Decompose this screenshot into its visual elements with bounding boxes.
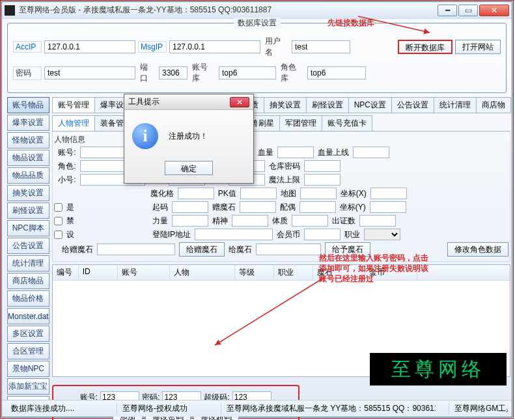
gift-input[interactable] — [97, 244, 175, 255]
grid-col-1[interactable]: ID — [79, 265, 118, 280]
sidebar-item-12[interactable]: Monster.dat — [7, 308, 49, 324]
sidebar-item-3[interactable]: 物品设置 — [7, 150, 49, 166]
zby-label: 坐标(Y) — [340, 202, 366, 213]
ditu-input[interactable] — [300, 188, 337, 199]
job-select[interactable] — [364, 229, 400, 240]
jin-checkbox[interactable] — [54, 217, 63, 225]
isx-checkbox[interactable] — [54, 203, 63, 212]
roledb-input[interactable] — [307, 66, 366, 79]
save-role-button[interactable]: 修改角色数据 — [447, 242, 508, 257]
tab1-0[interactable]: 账号管理 — [52, 97, 95, 113]
give-input[interactable] — [256, 244, 321, 255]
info-dialog: 工具提示 ✕ i 注册成功！ 确定 — [124, 94, 254, 184]
tab1-10[interactable]: 商店物 — [476, 97, 511, 113]
user-input[interactable] — [292, 40, 350, 53]
dialog-ok-button[interactable]: 确定 — [165, 161, 213, 175]
tabs-secondary: 人物管理装备管理角色物品转移幻兽属性幻兽刷星军团管理账号充值卡 — [52, 115, 510, 132]
sidebar: 账号物品爆率设置怪物设置物品设置物品品质抽奖设置刷怪设置NPC脚本公告设置统计清… — [7, 97, 49, 420]
tab2-6[interactable]: 账号充值卡 — [322, 115, 372, 131]
liliang-input[interactable] — [172, 215, 208, 227]
tab2-5[interactable]: 军团管理 — [279, 115, 322, 131]
ip-input[interactable] — [195, 229, 273, 240]
ckpwd-input[interactable] — [304, 160, 341, 172]
qima-label: 起码 — [152, 202, 168, 213]
sidebar-item-16[interactable]: 添加新宝宝 — [7, 378, 49, 395]
zbx-label: 坐标(X) — [341, 188, 367, 199]
db-settings-panel: 数据库设置 AccIP MsgIP 用户名 断开数据库 打开网站 密码 端口 账… — [7, 23, 507, 93]
dialog-close-button[interactable]: ✕ — [230, 97, 249, 107]
tab1-5[interactable]: 抽奖设置 — [264, 97, 307, 113]
close-button[interactable]: ✕ — [479, 5, 509, 16]
ip-label: 登陆IP地址 — [152, 229, 191, 240]
sidebar-item-15[interactable]: 景物NPC — [7, 361, 49, 377]
status-ad: 至尊网络承接魔域私服一条龙 YY基地：585515 QQ：90361188 — [221, 403, 436, 414]
sidebar-item-5[interactable]: 抽奖设置 — [7, 185, 49, 201]
accip-label: AccIP — [13, 41, 42, 53]
sidebar-item-4[interactable]: 物品品质 — [7, 167, 49, 184]
grid-col-5[interactable]: 职业 — [274, 265, 313, 280]
she-checkbox[interactable] — [54, 231, 63, 239]
tizhi-label: 体质 — [272, 216, 288, 227]
status-db: 数据库连接成功.... — [6, 403, 104, 414]
xuemax-input[interactable] — [353, 147, 389, 158]
tabs-primary: 账号管理爆率设置怪物设置物品设置物品品质抽奖设置刷怪设置NPC设置公告设置统计清… — [52, 97, 510, 113]
tab1-9[interactable]: 统计清理 — [434, 97, 477, 113]
sidebar-item-13[interactable]: 多区设置 — [7, 326, 49, 342]
statusbar: 数据库连接成功.... 至尊网络-授权成功 至尊网络承接魔域私服一条龙 YY基地… — [2, 400, 512, 417]
sidebar-item-14[interactable]: 合区管理 — [7, 343, 49, 359]
disconnect-db-button[interactable]: 断开数据库 — [398, 40, 452, 54]
port-input[interactable] — [159, 66, 188, 79]
sidebar-item-8[interactable]: 公告设置 — [7, 238, 49, 254]
grid-col-3[interactable]: 人物 — [170, 265, 235, 280]
zms-input[interactable] — [240, 201, 276, 213]
sidebar-item-2[interactable]: 怪物设置 — [7, 132, 49, 148]
pk-input[interactable] — [240, 188, 277, 199]
she-label: 设 — [66, 229, 74, 240]
maximize-button[interactable]: ▭ — [458, 5, 478, 16]
accdb-input[interactable] — [219, 66, 276, 79]
mohua-input[interactable] — [178, 188, 214, 199]
tab1-8[interactable]: 公告设置 — [391, 97, 434, 113]
gift-button[interactable]: 给赠魔石 — [179, 242, 225, 257]
msgip-input[interactable] — [169, 40, 260, 53]
sidebar-item-11[interactable]: 物品价格 — [7, 290, 49, 307]
chuzheng-label: 出证数 — [332, 216, 355, 227]
sidebar-item-9[interactable]: 统计清理 — [7, 255, 49, 272]
grid-col-4[interactable]: 等级 — [235, 265, 274, 280]
member-label: 会员币 — [277, 229, 300, 240]
mfmax-input[interactable] — [304, 174, 341, 186]
zbx-input[interactable] — [370, 188, 407, 199]
annotation-register-hint: 然后在这里输入账号密码，点击添加即可，如果注册失败说明该账号已经注册过 — [319, 253, 430, 285]
info-icon: i — [132, 123, 158, 149]
port-label: 端口 — [138, 61, 156, 85]
pwd-input[interactable] — [44, 66, 135, 79]
chuzheng-input[interactable] — [359, 215, 396, 227]
window-title: 至尊网络-会员版 - 承接魔域私服一条龙-YY基地：585515 QQ:9036… — [19, 5, 438, 16]
liliang-label: 力量 — [152, 216, 168, 227]
open-site-button[interactable]: 打开网站 — [455, 40, 501, 54]
xue-input[interactable] — [277, 147, 314, 158]
sidebar-item-10[interactable]: 商店物品 — [7, 273, 49, 289]
tizhi-input[interactable] — [292, 215, 328, 227]
tab1-6[interactable]: 刷怪设置 — [306, 97, 349, 113]
qima-input[interactable] — [172, 201, 208, 213]
sidebar-item-7[interactable]: NPC脚本 — [7, 220, 49, 236]
grid-col-0[interactable]: 编号 — [53, 265, 79, 280]
grid-col-2[interactable]: 账号 — [118, 265, 170, 280]
jingshen-input[interactable] — [232, 215, 268, 227]
gift-label: 给赠魔石 — [54, 244, 93, 255]
peiou-input[interactable] — [299, 201, 336, 213]
accip-input[interactable] — [44, 40, 135, 53]
sidebar-item-1[interactable]: 爆率设置 — [7, 115, 49, 131]
app-icon — [5, 5, 15, 16]
user-label: 用户名 — [263, 35, 289, 59]
sidebar-item-6[interactable]: 刷怪设置 — [7, 203, 49, 219]
pk-label: PK值 — [218, 188, 236, 199]
sidebar-item-0[interactable]: 账号物品 — [7, 97, 49, 113]
tab1-7[interactable]: NPC设置 — [348, 97, 392, 113]
member-input[interactable] — [304, 229, 341, 240]
pwd-label: 密码 — [13, 66, 42, 80]
zby-input[interactable] — [370, 201, 406, 213]
minimize-button[interactable]: ━ — [438, 5, 457, 16]
tab2-0[interactable]: 人物管理 — [52, 115, 95, 131]
